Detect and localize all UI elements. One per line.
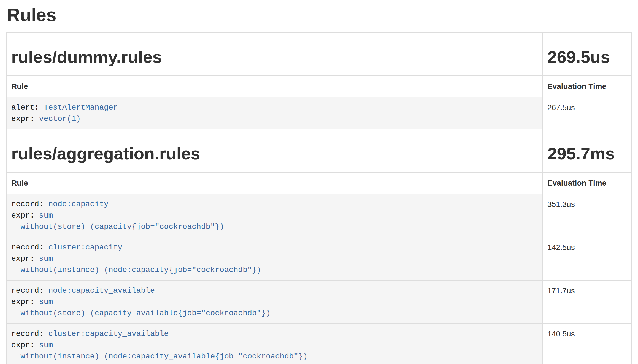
rule-code-label: expr:	[11, 298, 34, 306]
rule-group-eval-time-cell: 295.7ms	[543, 129, 631, 172]
rule-group-eval-time-cell: 269.5us	[543, 32, 631, 76]
rule-code-link[interactable]: vector(1)	[39, 115, 81, 123]
rule-row: record: node:capacity_available expr: su…	[7, 280, 631, 324]
column-header-row: Rule Evaluation Time	[7, 172, 631, 194]
rule-code-link[interactable]: TestAlertManager	[44, 103, 118, 112]
rule-code-label: record:	[11, 200, 44, 208]
rule-group-eval-time: 269.5us	[547, 48, 627, 66]
rule-code-link[interactable]: node:capacity_available	[48, 286, 155, 295]
rule-group-header-row: rules/aggregation.rules 295.7ms	[7, 129, 631, 172]
rule-code-label: alert:	[11, 103, 39, 112]
rule-code-label: record:	[11, 243, 44, 252]
rule-definition-cell: alert: TestAlertManager expr: vector(1)	[7, 97, 543, 129]
rule-row: alert: TestAlertManager expr: vector(1) …	[7, 97, 631, 129]
rule-row: record: cluster:capacity_available expr:…	[7, 324, 631, 364]
rule-code-link[interactable]: sum	[39, 298, 53, 306]
page-title: Rules	[6, 5, 632, 25]
rule-eval-time: 351.3us	[543, 194, 631, 237]
rule-group-file-cell: rules/aggregation.rules	[7, 129, 543, 172]
rule-code-label: record:	[11, 286, 44, 295]
rule-definition-cell: record: node:capacity_available expr: su…	[7, 280, 543, 324]
evaluation-time-column-header: Evaluation Time	[543, 172, 631, 194]
rule-definition: record: node:capacity expr: sum without(…	[11, 199, 538, 232]
rule-code-label: expr:	[11, 115, 34, 123]
rule-group-eval-time: 295.7ms	[547, 144, 627, 163]
rule-eval-time: 267.5us	[543, 97, 631, 129]
rules-table: rules/dummy.rules 269.5us Rule Evaluatio…	[6, 32, 632, 364]
rule-row: record: node:capacity expr: sum without(…	[7, 194, 631, 237]
rule-code-link[interactable]: without(instance) (node:capacity{job="co…	[11, 266, 261, 274]
rule-code-link[interactable]: node:capacity	[48, 200, 108, 208]
rule-code-link[interactable]: without(instance) (node:capacity_availab…	[11, 352, 307, 361]
column-header-row: Rule Evaluation Time	[7, 76, 631, 97]
rule-definition-cell: record: cluster:capacity expr: sum witho…	[7, 237, 543, 280]
rule-group-file-cell: rules/dummy.rules	[7, 32, 543, 76]
rule-code-label: record:	[11, 330, 44, 338]
rule-code-link[interactable]: without(store) (capacity_available{job="…	[11, 309, 271, 317]
rule-definition: record: cluster:capacity_available expr:…	[11, 328, 538, 362]
rule-group-file: rules/aggregation.rules	[11, 144, 538, 163]
rule-definition-cell: record: node:capacity expr: sum without(…	[7, 194, 543, 237]
rules-page: Rules rules/dummy.rules 269.5us Rule Eva…	[0, 0, 638, 364]
rule-definition: alert: TestAlertManager expr: vector(1)	[11, 102, 538, 124]
rule-eval-time: 142.5us	[543, 237, 631, 280]
rule-column-header: Rule	[7, 76, 543, 97]
rule-definition: record: cluster:capacity expr: sum witho…	[11, 242, 538, 276]
rule-row: record: cluster:capacity expr: sum witho…	[7, 237, 631, 280]
rule-eval-time: 140.5us	[543, 324, 631, 364]
rule-column-header: Rule	[7, 172, 543, 194]
rule-code-link[interactable]: cluster:capacity_available	[48, 330, 169, 338]
rule-group-header-row: rules/dummy.rules 269.5us	[7, 32, 631, 76]
rule-code-link[interactable]: cluster:capacity	[48, 243, 122, 252]
rule-code-label: expr:	[11, 341, 34, 349]
rule-code-link[interactable]: without(store) (capacity{job="cockroachd…	[11, 222, 224, 231]
rule-definition: record: node:capacity_available expr: su…	[11, 285, 538, 319]
rule-definition-cell: record: cluster:capacity_available expr:…	[7, 324, 543, 364]
rule-code-link[interactable]: sum	[39, 341, 53, 349]
rule-code-link[interactable]: sum	[39, 211, 53, 220]
rule-code-label: expr:	[11, 211, 34, 220]
rule-group-file: rules/dummy.rules	[11, 48, 538, 66]
rule-code-link[interactable]: sum	[39, 254, 53, 263]
evaluation-time-column-header: Evaluation Time	[543, 76, 631, 97]
rule-code-label: expr:	[11, 254, 34, 263]
rule-eval-time: 171.7us	[543, 280, 631, 324]
